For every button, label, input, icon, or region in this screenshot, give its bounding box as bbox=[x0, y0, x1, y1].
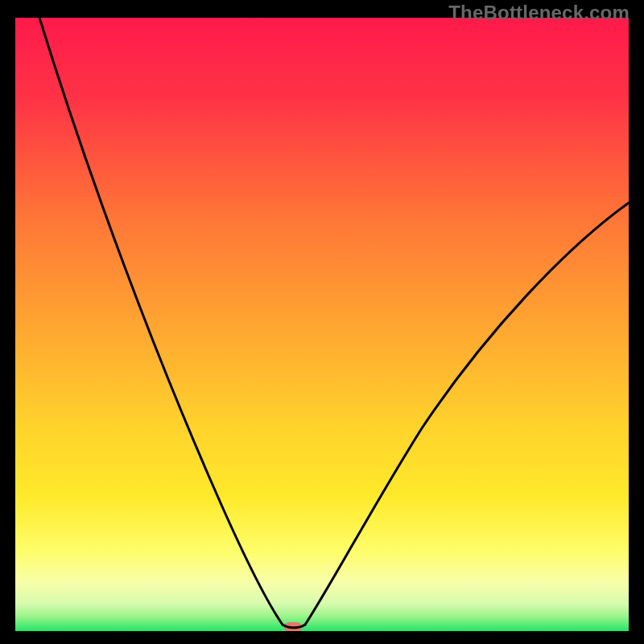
bottleneck-chart bbox=[15, 18, 629, 631]
gradient-background bbox=[15, 18, 629, 631]
watermark-text: TheBottleneck.com bbox=[448, 2, 630, 24]
chart-frame: TheBottleneck.com bbox=[0, 0, 644, 644]
